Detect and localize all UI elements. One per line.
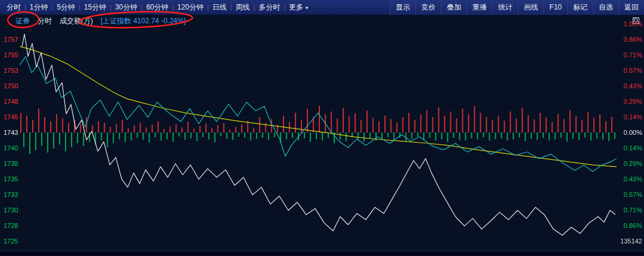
action-button-8[interactable]: 标记 (567, 0, 593, 15)
left-axis-label: 1757 (4, 35, 18, 44)
left-axis-label: 1735 (4, 175, 18, 183)
period-tab-9[interactable]: 周线 (232, 2, 253, 13)
left-axis-label: 1733 (4, 190, 18, 199)
action-button-1[interactable]: 显示 (390, 0, 415, 15)
left-axis-label: 1743 (4, 128, 18, 137)
more-menu-button[interactable]: 更多▼ (285, 2, 313, 13)
action-button-9[interactable]: 自选 (593, 0, 618, 15)
right-axis-label: 135142 (611, 237, 642, 245)
left-axis-label: 1753 (4, 66, 18, 75)
right-axis-label: 0.57% (611, 190, 642, 199)
left-axis-label: 1740 (4, 144, 18, 152)
action-button-7[interactable]: F10 (543, 0, 567, 15)
period-tab-4[interactable]: 15分钟 (80, 2, 110, 13)
period-tab-8[interactable]: 日线 (209, 2, 231, 13)
tab-sector-securities[interactable]: 证券 (15, 16, 30, 26)
action-button-10[interactable]: 返回 (618, 0, 644, 15)
top-toolbar: 分时|1分钟|5分钟|15分钟|30分钟|60分钟|120分钟|日线|周线|多分… (0, 0, 644, 15)
action-buttons: 显示竞价叠加重播统计画线F10标记自选返回 (390, 0, 644, 15)
left-axis-label: 1745 (4, 113, 18, 121)
right-axis-label: 0.14% (611, 113, 642, 121)
bottom-panel-edge (0, 251, 644, 256)
index-overlay-info[interactable]: [上证指数 4102.74 -0.24%] (101, 16, 186, 26)
right-axis-label: 0.57% (611, 66, 642, 75)
left-axis-label: 1755 (4, 51, 18, 59)
left-axis-label: 1748 (4, 97, 18, 106)
right-axis-label: 0.86% (611, 221, 642, 230)
right-axis-label: 1.00% (611, 20, 642, 28)
left-axis-label: 1728 (4, 221, 18, 230)
action-button-3[interactable]: 叠加 (441, 0, 466, 15)
intraday-chart-canvas[interactable] (20, 27, 617, 251)
action-button-4[interactable]: 重播 (466, 0, 492, 15)
period-tab-2[interactable]: 1分钟 (26, 2, 52, 13)
volume-unit-label: 成交额(万) (60, 16, 93, 26)
chart-header: 证券 分时 成交额(万) [上证指数 4102.74 -0.24%] (0, 15, 644, 27)
action-button-2[interactable]: 竞价 (415, 0, 441, 15)
left-axis-label: 1725 (4, 237, 18, 245)
period-tab-1[interactable]: 分时 (3, 2, 24, 13)
period-tab-7[interactable]: 120分钟 (174, 2, 207, 13)
left-axis-label: 1750 (4, 82, 18, 90)
right-axis-label: 0.43% (611, 82, 642, 90)
right-axis-label: 0.86% (611, 35, 642, 44)
trading-app-window: 分时|1分钟|5分钟|15分钟|30分钟|60分钟|120分钟|日线|周线|多分… (0, 0, 644, 256)
right-axis-label: 0.00% (611, 128, 642, 137)
right-axis-label: 0.71% (611, 206, 642, 214)
period-tab-6[interactable]: 60分钟 (142, 2, 172, 13)
period-tab-3[interactable]: 5分钟 (53, 2, 79, 13)
right-axis-label: 0.43% (611, 175, 642, 183)
right-axis-label: 0.14% (611, 144, 642, 152)
right-axis-label: 0.29% (611, 97, 642, 106)
chevron-down-icon: ▼ (304, 5, 309, 11)
right-axis-label: 0.71% (611, 51, 642, 59)
left-axis-label: 1730 (4, 206, 18, 214)
period-tab-5[interactable]: 30分钟 (111, 2, 141, 13)
period-tabs: 分时|1分钟|5分钟|15分钟|30分钟|60分钟|120分钟|日线|周线|多分… (0, 2, 313, 13)
right-axis-label: 0.29% (611, 159, 642, 168)
left-axis-label: 1738 (4, 159, 18, 168)
action-button-6[interactable]: 画线 (518, 0, 543, 15)
period-tab-10[interactable]: 多分时 (255, 2, 284, 13)
action-button-5[interactable]: 统计 (492, 0, 518, 15)
mode-label: 分时 (38, 16, 52, 26)
